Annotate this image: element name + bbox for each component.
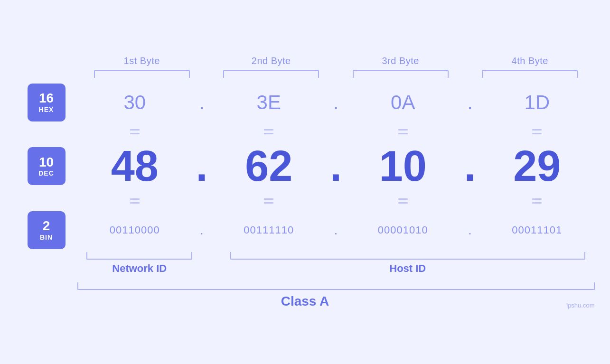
dec-dot-2: . [327, 142, 346, 191]
top-bracket-2 [206, 70, 336, 78]
bin-dot-1: . [192, 223, 211, 238]
hex-badge: 16 HEX [28, 84, 66, 121]
bin-val-1: 00110000 [77, 224, 193, 236]
parallel-3 [346, 125, 461, 138]
dec-dot-3: . [460, 142, 479, 191]
hex-val-2: 3E [211, 91, 327, 114]
bin-badge: 2 BIN [28, 211, 66, 249]
dec-badge: 10 DEC [28, 147, 66, 185]
byte-label-1: 1st Byte [77, 56, 207, 66]
hex-dot-3: . [460, 91, 479, 114]
bin-val-4: 00011101 [479, 224, 595, 236]
network-bracket [86, 252, 192, 260]
hex-base-label: HEX [39, 106, 54, 113]
hex-row: 16 HEX 30 . 3E . 0A . 1D [16, 84, 595, 121]
dec-val-2: 62 [211, 145, 327, 187]
byte-label-3: 3rd Byte [336, 56, 466, 66]
top-bracket-1 [77, 70, 207, 78]
network-id-label: Network ID [112, 262, 167, 275]
hex-dot-2: . [327, 91, 346, 114]
dec-dot-1: . [192, 142, 211, 191]
parallel-6 [211, 195, 327, 207]
parallel-row-2 [16, 195, 595, 207]
parallel-5 [77, 195, 193, 207]
class-a-label: Class A [16, 294, 595, 309]
byte-headers-row: 1st Byte 2nd Byte 3rd Byte 4th Byte [16, 56, 595, 66]
byte-label-4: 4th Byte [465, 56, 595, 66]
top-bracket-4 [465, 70, 595, 78]
hex-val-4: 1D [479, 91, 595, 114]
hex-val-1: 30 [77, 91, 193, 114]
bin-val-3: 00001010 [346, 224, 461, 236]
class-a-bracket [77, 282, 595, 290]
host-id-section: Host ID [221, 252, 595, 275]
dec-val-3: 10 [346, 145, 461, 187]
hex-base-number: 16 [39, 91, 54, 106]
dec-val-4: 29 [479, 145, 595, 187]
parallel-7 [346, 195, 461, 207]
dec-val-1: 48 [77, 145, 193, 187]
host-bracket [230, 252, 585, 260]
byte-label-2: 2nd Byte [206, 56, 336, 66]
main-container: 1st Byte 2nd Byte 3rd Byte 4th Byte 16 H… [16, 56, 595, 309]
parallel-1 [77, 125, 193, 138]
bin-base-label: BIN [40, 233, 53, 241]
dec-base-number: 10 [39, 155, 54, 170]
bin-base-number: 2 [43, 219, 50, 233]
hex-val-3: 0A [346, 91, 461, 114]
top-brackets-row [16, 70, 595, 78]
bin-dot-3: . [460, 223, 479, 238]
bottom-labels-section: Network ID Host ID [16, 252, 595, 275]
host-id-label: Host ID [389, 262, 426, 275]
parallel-row-1 [16, 125, 595, 138]
bin-val-2: 00111110 [211, 224, 327, 236]
class-a-section: Class A ipshu.com [16, 282, 595, 309]
bin-row: 2 BIN 00110000 . 00111110 . 00001010 . 0… [16, 211, 595, 249]
hex-dot-1: . [192, 91, 211, 114]
parallel-2 [211, 125, 327, 138]
bin-dot-2: . [327, 223, 346, 238]
dec-row: 10 DEC 48 . 62 . 10 . 29 [16, 142, 595, 191]
watermark: ipshu.com [566, 302, 594, 309]
parallel-8 [479, 195, 595, 207]
top-bracket-3 [336, 70, 466, 78]
dec-base-label: DEC [38, 169, 54, 177]
parallel-4 [479, 125, 595, 138]
network-id-section: Network ID [77, 252, 202, 275]
